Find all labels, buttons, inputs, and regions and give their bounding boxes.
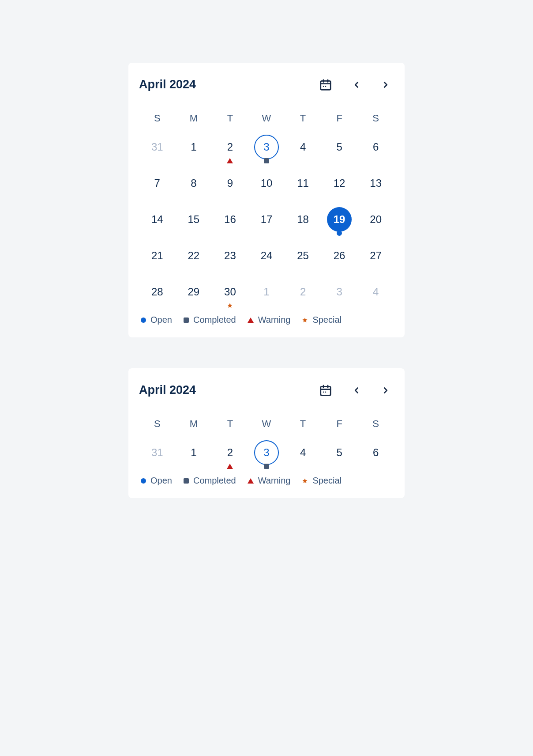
day-cell[interactable]: 17	[248, 201, 285, 237]
day-cell[interactable]: 11	[285, 165, 321, 201]
day-cell[interactable]: 22	[176, 237, 212, 273]
day-number: 2	[218, 440, 242, 465]
day-number: 1	[181, 440, 206, 465]
day-cell[interactable]: 7	[139, 165, 176, 201]
day-cell[interactable]: 29	[176, 273, 212, 310]
day-cell[interactable]: 31	[139, 129, 176, 165]
day-number: 14	[145, 207, 169, 232]
legend-item: Warning	[248, 476, 291, 486]
day-cell[interactable]: 4	[285, 129, 321, 165]
month-title: April 2024	[139, 383, 196, 397]
day-cell[interactable]: 16	[212, 201, 248, 237]
calendar-header: April 2024	[139, 78, 394, 96]
day-cell[interactable]: 3	[248, 434, 285, 470]
day-cell[interactable]: 3	[248, 129, 285, 165]
day-cell[interactable]: 18	[285, 201, 321, 237]
next-month-button[interactable]	[381, 80, 390, 90]
day-cell[interactable]: 15	[176, 201, 212, 237]
day-cell[interactable]: 31	[139, 434, 176, 470]
day-cell[interactable]: 25	[285, 237, 321, 273]
day-cell[interactable]: 4	[285, 434, 321, 470]
svg-point-4	[323, 86, 324, 87]
day-cell[interactable]: 9	[212, 165, 248, 201]
legend: OpenCompletedWarningSpecial	[139, 310, 394, 325]
day-number: 30	[218, 280, 242, 304]
header-controls	[319, 78, 390, 91]
day-cell[interactable]: 6	[357, 129, 394, 165]
day-number: 13	[364, 171, 388, 196]
legend-item: Special	[302, 476, 342, 486]
day-cell[interactable]: 2	[285, 273, 321, 310]
star-icon	[302, 317, 308, 323]
day-cell[interactable]: 21	[139, 237, 176, 273]
circle-icon	[141, 478, 146, 484]
day-number: 15	[181, 207, 206, 232]
square-icon	[264, 464, 269, 469]
day-number: 29	[181, 280, 206, 304]
day-cell[interactable]: 23	[212, 237, 248, 273]
day-cell[interactable]: 27	[357, 237, 394, 273]
day-number: 27	[364, 243, 388, 268]
day-cell[interactable]: 4	[357, 273, 394, 310]
week-row: 78910111213	[139, 165, 394, 201]
weekday-label: S	[139, 414, 176, 434]
weekday-label: F	[321, 414, 358, 434]
day-number: 24	[254, 243, 279, 268]
weekday-header: SMTWTFS	[139, 108, 394, 129]
day-number: 31	[145, 440, 169, 465]
day-cell[interactable]: 13	[357, 165, 394, 201]
day-number: 2	[291, 280, 315, 304]
day-number: 26	[327, 243, 352, 268]
day-cell[interactable]: 5	[321, 434, 358, 470]
week-row: 14151617181920	[139, 201, 394, 237]
day-cell[interactable]: 26	[321, 237, 358, 273]
jump-to-date-button[interactable]	[319, 384, 332, 397]
day-cell[interactable]: 12	[321, 165, 358, 201]
legend-label: Completed	[193, 315, 236, 325]
day-number: 17	[254, 207, 279, 232]
day-cell[interactable]: 8	[176, 165, 212, 201]
square-icon	[264, 158, 269, 163]
next-month-button[interactable]	[381, 386, 390, 395]
day-cell[interactable]: 19	[321, 201, 358, 237]
day-number: 8	[181, 171, 206, 196]
svg-rect-6	[321, 386, 331, 395]
day-cell[interactable]: 14	[139, 201, 176, 237]
legend-item: Special	[302, 315, 342, 325]
day-cell[interactable]: 2	[212, 434, 248, 470]
svg-point-11	[325, 391, 327, 393]
day-cell[interactable]: 28	[139, 273, 176, 310]
day-number: 28	[145, 280, 169, 304]
jump-to-date-button[interactable]	[319, 78, 332, 91]
day-number: 6	[364, 440, 388, 465]
day-number: 4	[291, 135, 315, 159]
prev-month-button[interactable]	[352, 386, 361, 395]
page: April 2024SMTWTFS31123456789101112131415…	[0, 0, 533, 498]
day-cell[interactable]: 30	[212, 273, 248, 310]
day-number: 4	[364, 280, 388, 304]
day-cell[interactable]: 6	[357, 434, 394, 470]
day-cell[interactable]: 1	[248, 273, 285, 310]
calendar-card: April 2024SMTWTFS31123456789101112131415…	[128, 63, 405, 337]
legend-label: Warning	[258, 476, 291, 486]
day-cell[interactable]: 2	[212, 129, 248, 165]
day-number: 10	[254, 171, 279, 196]
day-cell[interactable]: 1	[176, 129, 212, 165]
header-controls	[319, 384, 390, 397]
day-number: 3	[254, 440, 279, 465]
day-cell[interactable]: 10	[248, 165, 285, 201]
day-number: 2	[218, 135, 242, 159]
day-cell[interactable]: 1	[176, 434, 212, 470]
day-cell[interactable]: 20	[357, 201, 394, 237]
legend: OpenCompletedWarningSpecial	[139, 470, 394, 486]
weekday-label: M	[176, 414, 212, 434]
legend-item: Open	[141, 476, 172, 486]
day-cell[interactable]: 5	[321, 129, 358, 165]
week-row: 21222324252627	[139, 237, 394, 273]
day-number: 7	[145, 171, 169, 196]
prev-month-button[interactable]	[352, 80, 361, 90]
day-cell[interactable]: 3	[321, 273, 358, 310]
day-cell[interactable]: 24	[248, 237, 285, 273]
weekday-label: T	[285, 414, 321, 434]
weekday-label: W	[248, 414, 285, 434]
